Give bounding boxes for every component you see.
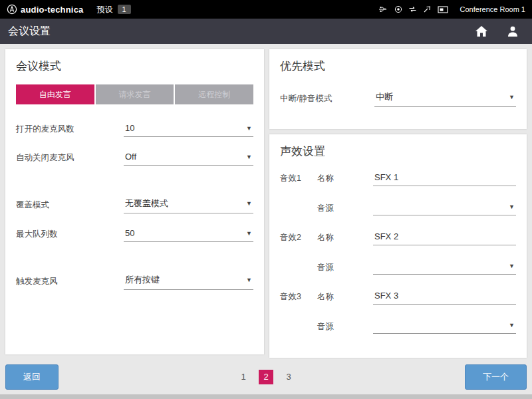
sfx-1-source-select[interactable]: ▼ bbox=[373, 201, 516, 215]
tab-free-speak[interactable]: 自由发言 bbox=[16, 84, 94, 104]
tab-remote-control[interactable]: 远程控制 bbox=[175, 84, 253, 104]
status-icons bbox=[378, 5, 448, 13]
card-icon bbox=[438, 6, 448, 13]
field-label: 触发麦克风 bbox=[16, 276, 124, 287]
sfx-3-source-select[interactable]: ▼ bbox=[373, 319, 516, 334]
next-button[interactable]: 下一个 bbox=[465, 364, 527, 390]
preset-indicator[interactable]: 预设 1 bbox=[97, 4, 131, 15]
field-label: 打开的麦克风数 bbox=[16, 124, 124, 135]
home-button[interactable] bbox=[475, 25, 488, 37]
field-open-mic-count: 打开的麦克风数 10 ▼ bbox=[16, 122, 253, 137]
dropdown-arrow-icon: ▼ bbox=[509, 322, 515, 329]
sfx-1-block: 音效1 名称 音源 ▼ bbox=[280, 171, 516, 215]
sfx-1-source-row: 音源 ▼ bbox=[280, 201, 516, 215]
main-content: 会议模式 自由发言 请求发言 远程控制 打开的麦克风数 10 ▼ 自动关闭麦克风… bbox=[0, 44, 532, 360]
open-mic-count-select[interactable]: 10 ▼ bbox=[124, 122, 253, 137]
dropdown-arrow-icon: ▼ bbox=[509, 94, 515, 100]
sfx-source-label: 音源 bbox=[317, 262, 373, 273]
sfx-2-block: 音效2 名称 音源 ▼ bbox=[280, 230, 516, 275]
sfx-3-name-input[interactable] bbox=[373, 289, 516, 305]
record-icon bbox=[394, 5, 402, 13]
network-icon bbox=[408, 5, 417, 13]
sfx-2-name-input[interactable] bbox=[373, 230, 516, 245]
auto-mic-off-select[interactable]: Off ▼ bbox=[124, 150, 253, 166]
interrupt-mute-select[interactable]: 中断 ▼ bbox=[374, 90, 516, 107]
dropdown-arrow-icon: ▼ bbox=[509, 263, 515, 269]
app-window: audio-technica 预设 1 bbox=[0, 0, 532, 399]
select-value: Off bbox=[125, 152, 136, 162]
sfx-3-block: 音效3 名称 音源 ▼ bbox=[280, 289, 516, 334]
top-status-bar: audio-technica 预设 1 bbox=[0, 0, 532, 19]
field-label: 最大队列数 bbox=[16, 229, 124, 240]
audio-technica-logo-icon bbox=[7, 4, 17, 15]
right-column: 优先模式 中断/静音模式 中断 ▼ 声效设置 音效1 名称 bbox=[269, 49, 527, 354]
sfx-1-name-input[interactable] bbox=[373, 171, 516, 186]
priority-mode-panel: 优先模式 中断/静音模式 中断 ▼ bbox=[269, 49, 527, 129]
conference-mode-title: 会议模式 bbox=[16, 59, 253, 74]
field-override-mode: 覆盖模式 无覆盖模式 ▼ bbox=[16, 196, 253, 213]
field-label: 覆盖模式 bbox=[16, 200, 124, 211]
sfx-group-label: 音效1 bbox=[280, 173, 317, 184]
sfx-group-label: 音效2 bbox=[280, 232, 317, 243]
pagination: 1 2 3 bbox=[236, 370, 296, 384]
dropdown-arrow-icon: ▼ bbox=[246, 277, 252, 283]
sfx-name-label: 名称 bbox=[317, 291, 373, 303]
title-bar: 会议设置 bbox=[0, 19, 532, 44]
preset-label: 预设 bbox=[97, 4, 113, 15]
sfx-2-name-row: 音效2 名称 bbox=[280, 230, 516, 245]
trigger-mic-select[interactable]: 所有按键 ▼ bbox=[124, 273, 253, 290]
back-button[interactable]: 返回 bbox=[5, 364, 59, 390]
brand: audio-technica bbox=[7, 4, 84, 15]
sfx-source-label: 音源 bbox=[317, 321, 373, 332]
dropdown-arrow-icon: ▼ bbox=[246, 200, 252, 207]
sfx-source-label: 音源 bbox=[317, 203, 373, 214]
sfx-group-label: 音效3 bbox=[280, 291, 317, 303]
page-2[interactable]: 2 bbox=[259, 370, 273, 384]
field-interrupt-mute-mode: 中断/静音模式 中断 ▼ bbox=[280, 90, 516, 107]
link-icon bbox=[423, 5, 432, 13]
titlebar-actions bbox=[475, 25, 524, 37]
dropdown-arrow-icon: ▼ bbox=[246, 230, 252, 237]
dropdown-arrow-icon: ▼ bbox=[509, 203, 515, 210]
field-label: 中断/静音模式 bbox=[280, 93, 374, 104]
usb-icon bbox=[378, 5, 388, 13]
dropdown-arrow-icon: ▼ bbox=[246, 154, 252, 160]
select-value: 所有按键 bbox=[125, 274, 160, 286]
sfx-3-name-row: 音效3 名称 bbox=[280, 289, 516, 305]
sfx-2-source-row: 音源 ▼ bbox=[280, 260, 516, 275]
user-button[interactable] bbox=[507, 25, 519, 37]
override-mode-select[interactable]: 无覆盖模式 ▼ bbox=[124, 196, 253, 213]
tab-request-speak[interactable]: 请求发言 bbox=[96, 84, 174, 104]
field-max-queue: 最大队列数 50 ▼ bbox=[16, 227, 253, 242]
page-title: 会议设置 bbox=[8, 25, 51, 39]
bottom-strip bbox=[0, 394, 532, 399]
max-queue-select[interactable]: 50 ▼ bbox=[124, 227, 253, 242]
sfx-name-label: 名称 bbox=[317, 232, 373, 243]
sfx-1-name-row: 音效1 名称 bbox=[280, 171, 516, 186]
select-value: 中断 bbox=[376, 91, 393, 103]
sound-settings-panel: 声效设置 音效1 名称 音源 ▼ bbox=[269, 134, 527, 358]
sfx-3-source-row: 音源 ▼ bbox=[280, 319, 516, 334]
sfx-name-label: 名称 bbox=[317, 173, 373, 184]
room-name: Conference Room 1 bbox=[460, 5, 525, 13]
dropdown-arrow-icon: ▼ bbox=[246, 125, 252, 132]
footer-bar: 返回 1 2 3 下一个 bbox=[0, 360, 532, 394]
select-value: 10 bbox=[125, 123, 134, 133]
field-label: 自动关闭麦克风 bbox=[16, 152, 124, 164]
brand-name: audio-technica bbox=[21, 5, 84, 15]
field-trigger-mic: 触发麦克风 所有按键 ▼ bbox=[16, 273, 253, 290]
preset-number-badge: 1 bbox=[118, 5, 131, 14]
priority-mode-title: 优先模式 bbox=[280, 59, 516, 74]
select-value: 无覆盖模式 bbox=[125, 198, 168, 209]
page-1[interactable]: 1 bbox=[236, 370, 251, 384]
topbar-right: Conference Room 1 bbox=[378, 5, 525, 13]
page-3[interactable]: 3 bbox=[281, 370, 296, 384]
speak-mode-tabs: 自由发言 请求发言 远程控制 bbox=[16, 84, 253, 104]
field-auto-mic-off: 自动关闭麦克风 Off ▼ bbox=[16, 150, 253, 166]
select-value: 50 bbox=[125, 228, 134, 238]
conference-mode-panel: 会议模式 自由发言 请求发言 远程控制 打开的麦克风数 10 ▼ 自动关闭麦克风… bbox=[5, 49, 264, 354]
sfx-2-source-select[interactable]: ▼ bbox=[373, 260, 516, 275]
sound-settings-title: 声效设置 bbox=[280, 144, 516, 159]
